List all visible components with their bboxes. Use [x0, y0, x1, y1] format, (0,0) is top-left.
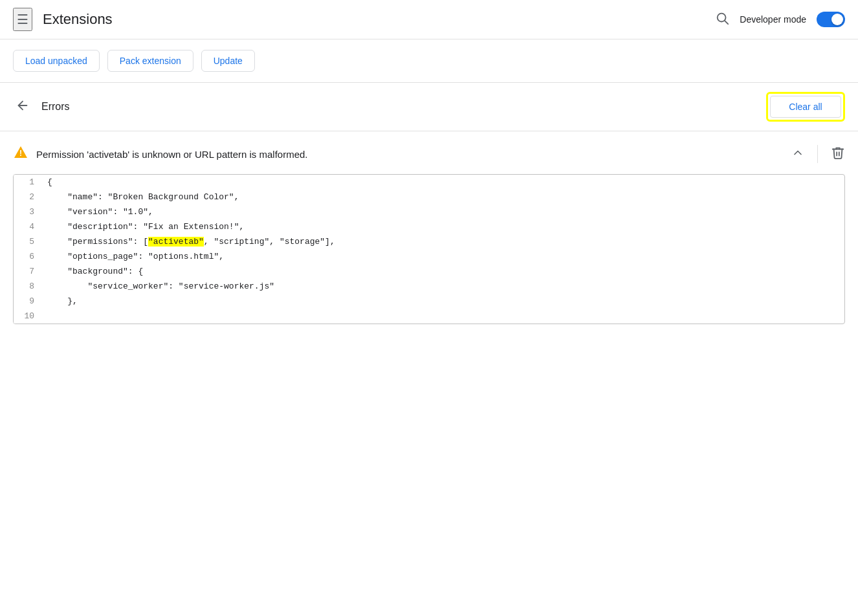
code-row: 7 "background": {	[14, 264, 844, 279]
code-row: 3 "version": "1.0",	[14, 204, 844, 219]
line-number: 1	[14, 175, 42, 190]
line-content: },	[42, 294, 844, 309]
code-row: 1{	[14, 175, 844, 190]
delete-icon[interactable]	[831, 146, 845, 163]
code-row: 9 },	[14, 294, 844, 309]
code-row: 5 "permissions": ["activetab", "scriptin…	[14, 234, 844, 249]
code-row: 2 "name": "Broken Background Color",	[14, 190, 844, 204]
code-row: 10	[14, 309, 844, 324]
developer-mode-label: Developer mode	[740, 14, 806, 25]
header-right: Developer mode	[715, 11, 845, 28]
search-icon[interactable]	[715, 11, 729, 28]
separator	[817, 145, 818, 163]
clear-all-button[interactable]: Clear all	[770, 96, 841, 118]
error-section: ! Permission 'activetab' is unknown or U…	[0, 131, 858, 337]
code-block: 1{2 "name": "Broken Background Color",3 …	[13, 174, 845, 324]
line-number: 9	[14, 294, 42, 309]
line-number: 2	[14, 190, 42, 204]
highlighted-text: "activetab"	[148, 237, 204, 247]
line-content: "description": "Fix an Extension!",	[42, 219, 844, 234]
line-number: 4	[14, 219, 42, 234]
errors-title: Errors	[41, 101, 766, 113]
line-number: 7	[14, 264, 42, 279]
line-content: "options_page": "options.html",	[42, 249, 844, 264]
line-number: 8	[14, 279, 42, 294]
line-content: "service_worker": "service-worker.js"	[42, 279, 844, 294]
line-content: "name": "Broken Background Color",	[42, 190, 844, 204]
line-content: "background": {	[42, 264, 844, 279]
line-content: "version": "1.0",	[42, 204, 844, 219]
chevron-up-icon[interactable]	[791, 146, 804, 162]
menu-icon[interactable]: ☰	[13, 8, 32, 31]
line-content: "permissions": ["activetab", "scripting"…	[42, 234, 844, 249]
svg-text:!: !	[19, 149, 22, 158]
load-unpacked-button[interactable]: Load unpacked	[13, 50, 100, 72]
line-number: 6	[14, 249, 42, 264]
clear-all-highlight: Clear all	[766, 92, 845, 122]
line-number: 10	[14, 309, 42, 324]
warning-icon: !	[13, 144, 28, 164]
line-number: 3	[14, 204, 42, 219]
error-item-header: ! Permission 'activetab' is unknown or U…	[13, 144, 845, 164]
svg-line-1	[725, 21, 728, 24]
line-content	[42, 309, 844, 324]
update-button[interactable]: Update	[201, 50, 255, 72]
developer-mode-toggle[interactable]	[817, 12, 845, 27]
header: ☰ Extensions Developer mode	[0, 0, 858, 39]
line-number: 5	[14, 234, 42, 249]
errors-header: Errors Clear all	[0, 82, 858, 131]
line-content: {	[42, 175, 844, 190]
error-message: Permission 'activetab' is unknown or URL…	[36, 149, 784, 160]
pack-extension-button[interactable]: Pack extension	[107, 50, 193, 72]
code-row: 4 "description": "Fix an Extension!",	[14, 219, 844, 234]
toolbar: Load unpacked Pack extension Update	[0, 39, 858, 82]
code-row: 6 "options_page": "options.html",	[14, 249, 844, 264]
code-table: 1{2 "name": "Broken Background Color",3 …	[14, 175, 844, 324]
code-row: 8 "service_worker": "service-worker.js"	[14, 279, 844, 294]
back-button[interactable]	[13, 96, 32, 118]
page-title: Extensions	[43, 11, 705, 28]
